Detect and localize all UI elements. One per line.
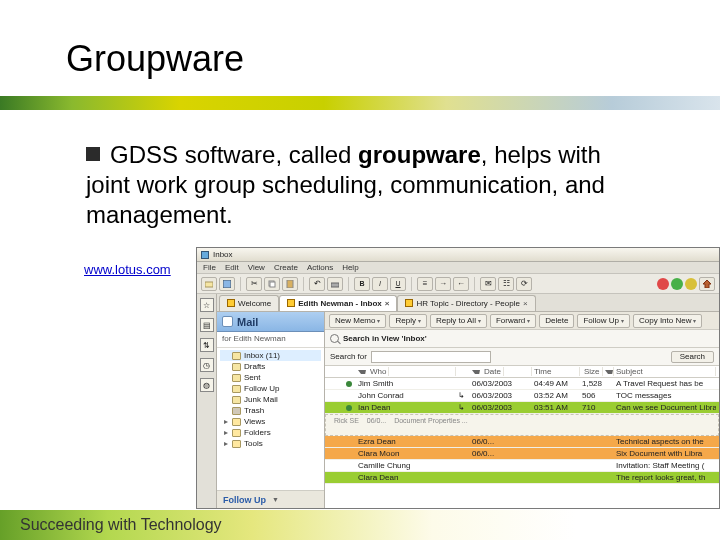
- search-input[interactable]: [371, 351, 491, 363]
- list-icon[interactable]: ≡: [417, 277, 433, 291]
- expand-icon[interactable]: ▸: [222, 428, 229, 437]
- close-icon[interactable]: ×: [523, 299, 528, 308]
- save-icon[interactable]: [219, 277, 235, 291]
- copy-icon[interactable]: [264, 277, 280, 291]
- status-dot-red-icon[interactable]: [657, 278, 669, 290]
- nav-drafts[interactable]: Drafts: [220, 361, 321, 372]
- status-dot-green-icon[interactable]: [671, 278, 683, 290]
- inbox-icon: [232, 352, 241, 360]
- italic-icon[interactable]: I: [372, 277, 388, 291]
- copy-into-button[interactable]: Copy Into New▾: [633, 314, 702, 328]
- property-popup: Rick SE 06/0... Document Properties ...: [325, 414, 719, 436]
- underline-icon[interactable]: U: [390, 277, 406, 291]
- message-rows: Jim Smith06/03/200304:49 AM1,528A Travel…: [325, 378, 719, 508]
- separator-icon: [303, 277, 304, 291]
- message-row[interactable]: Ian Dean↳06/03/200303:51 AM710Can we see…: [325, 402, 719, 414]
- flag-icon: [232, 385, 241, 393]
- cut-icon[interactable]: ✂: [246, 277, 262, 291]
- nav-views[interactable]: ▸Views: [220, 416, 321, 427]
- app-titlebar: Inbox: [197, 248, 719, 262]
- bookmark-icon[interactable]: ☆: [200, 298, 214, 312]
- paste-icon[interactable]: [282, 277, 298, 291]
- forward-button[interactable]: Forward▾: [490, 314, 536, 328]
- history-icon[interactable]: ◷: [200, 358, 214, 372]
- lotus-link[interactable]: www.lotus.com: [84, 262, 171, 277]
- folder-icon: [232, 418, 241, 426]
- message-row[interactable]: Clara Moon06/0...Six Document with Libra: [325, 448, 719, 460]
- message-row[interactable]: Clara DeanThe report looks great, th: [325, 472, 719, 484]
- menubar: File Edit View Create Actions Help: [197, 262, 719, 274]
- close-icon[interactable]: ×: [385, 299, 390, 308]
- nav-inbox[interactable]: Inbox (11): [220, 350, 321, 361]
- app-title: Inbox: [213, 250, 233, 259]
- tab-icon: [227, 299, 235, 307]
- column-headers: Who Date Time Size Subject: [325, 366, 719, 378]
- folder-icon: [232, 440, 241, 448]
- bold-icon[interactable]: B: [354, 277, 370, 291]
- drafts-icon: [232, 363, 241, 371]
- sort-icon: [605, 370, 613, 374]
- col-date[interactable]: Date: [470, 367, 532, 376]
- col-subject[interactable]: Subject: [614, 367, 716, 376]
- svg-rect-3: [270, 282, 275, 287]
- web-icon[interactable]: ◍: [200, 378, 214, 392]
- nav-trash[interactable]: Trash: [220, 405, 321, 416]
- expand-icon[interactable]: ▸: [222, 417, 229, 426]
- undo-icon[interactable]: ↶: [309, 277, 325, 291]
- svg-rect-1: [223, 280, 231, 288]
- menu-item[interactable]: Actions: [307, 263, 333, 272]
- open-icon[interactable]: [201, 277, 217, 291]
- nav-tools[interactable]: ▸Tools: [220, 438, 321, 449]
- follow-link[interactable]: Follow Up: [223, 495, 266, 505]
- unread-dot-icon: [346, 405, 352, 411]
- svg-rect-5: [331, 283, 339, 287]
- delete-button[interactable]: Delete: [539, 314, 574, 328]
- sent-icon: [232, 374, 241, 382]
- nav-folders[interactable]: ▸Folders: [220, 427, 321, 438]
- col-time[interactable]: Time: [532, 367, 580, 376]
- expand-icon[interactable]: ▸: [222, 439, 229, 448]
- nav-junk[interactable]: Junk Mail: [220, 394, 321, 405]
- indent-icon[interactable]: →: [435, 277, 451, 291]
- left-rail: ☆ ▤ ⇅ ◷ ◍: [197, 294, 217, 508]
- reply-button[interactable]: Reply▾: [389, 314, 426, 328]
- menu-item[interactable]: Edit: [225, 263, 239, 272]
- message-row[interactable]: John Conrad↳06/03/200303:52 AM506TOC mes…: [325, 390, 719, 402]
- db-icon[interactable]: ▤: [200, 318, 214, 332]
- col-size[interactable]: Size: [580, 367, 614, 376]
- search-button[interactable]: Search: [671, 351, 714, 363]
- status-dot-yellow-icon[interactable]: [685, 278, 697, 290]
- message-row[interactable]: Camille ChungInvitation: Staff Meeting (: [325, 460, 719, 472]
- svg-marker-6: [703, 280, 711, 288]
- calendar-icon[interactable]: ☷: [498, 277, 514, 291]
- replication-icon[interactable]: ⇅: [200, 338, 214, 352]
- reply-all-button[interactable]: Reply to All▾: [430, 314, 487, 328]
- reply-arrow-icon: ↳: [456, 403, 470, 412]
- new-memo-button[interactable]: New Memo▾: [329, 314, 386, 328]
- search-label: Search in View 'Inbox': [343, 334, 427, 343]
- print-icon[interactable]: [327, 277, 343, 291]
- reply-arrow-icon: ↳: [456, 391, 470, 400]
- refresh-icon[interactable]: ⟳: [516, 277, 532, 291]
- menu-item[interactable]: Help: [342, 263, 358, 272]
- chevron-down-icon[interactable]: ▼: [272, 496, 279, 503]
- bullet-text: GDSS software, called groupware, helps w…: [86, 140, 646, 230]
- nav-subheader: for Edith Newman: [217, 332, 324, 348]
- col-who[interactable]: Who: [356, 367, 456, 376]
- message-row[interactable]: Ezra Dean06/0...Technical aspects on the: [325, 436, 719, 448]
- tab-inbox[interactable]: Edith Newman - Inbox×: [279, 295, 397, 311]
- menu-item[interactable]: File: [203, 263, 216, 272]
- junk-icon: [232, 396, 241, 404]
- nav-followup[interactable]: Follow Up: [220, 383, 321, 394]
- attach-icon[interactable]: ✉: [480, 277, 496, 291]
- menu-item[interactable]: Create: [274, 263, 298, 272]
- separator-icon: [240, 277, 241, 291]
- menu-item[interactable]: View: [248, 263, 265, 272]
- message-row[interactable]: Jim Smith06/03/200304:49 AM1,528A Travel…: [325, 378, 719, 390]
- tab-welcome[interactable]: Welcome: [219, 295, 279, 311]
- outdent-icon[interactable]: ←: [453, 277, 469, 291]
- followup-button[interactable]: Follow Up▾: [577, 314, 630, 328]
- tab-directory[interactable]: HR Topic - Directory - People×: [397, 295, 535, 311]
- nav-sent[interactable]: Sent: [220, 372, 321, 383]
- home-icon[interactable]: [699, 277, 715, 291]
